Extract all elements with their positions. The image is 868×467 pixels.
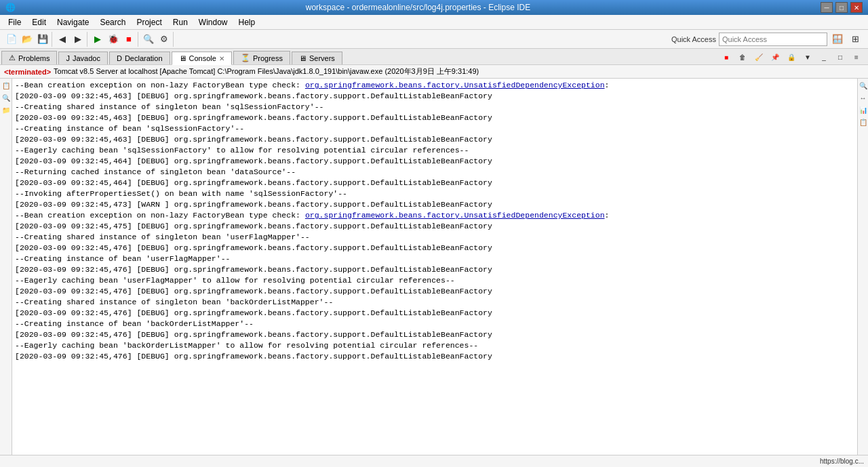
menu-search[interactable]: Search (94, 15, 131, 29)
main-layout: 📋 🔍 📁 --Bean creation exception on non-l… (0, 79, 868, 455)
remove-terminated-button[interactable]: 🗑 (735, 49, 750, 64)
right-sidebar: 🔍 ↔ 📊 📋 (857, 79, 868, 455)
minimize-button[interactable]: ─ (821, 2, 833, 13)
run-button[interactable]: ▶ (90, 32, 105, 47)
log-line: [2020-03-09 09:32:45,464] [DEBUG] org.sp… (15, 156, 854, 167)
sidebar-icon-1[interactable]: 📋 (1, 81, 11, 91)
log-line: [2020-03-09 09:32:45,475] [DEBUG] org.sp… (15, 221, 854, 232)
maximize-button[interactable]: □ (835, 2, 848, 13)
status-bar: https://blog.c... (0, 455, 868, 467)
log-line: [2020-03-09 09:32:45,464] [DEBUG] org.sp… (15, 178, 854, 188)
menu-edit[interactable]: Edit (26, 15, 52, 29)
menu-file[interactable]: File (3, 15, 26, 29)
debug-button[interactable]: 🐞 (106, 32, 121, 47)
console-options-button[interactable]: ▼ (800, 49, 815, 64)
log-line: --Creating instance of bean 'sqlSessionF… (15, 123, 854, 134)
sidebar-icon-2[interactable]: 🔍 (1, 94, 11, 103)
menu-bar: File Edit Navigate Search Project Run Wi… (0, 15, 868, 30)
title-bar: 🌐 workspace - ordermealonline/src/log4j.… (0, 0, 868, 15)
quick-access-area: Quick Access 🪟 ⊞ (671, 32, 865, 47)
clear-console-button[interactable]: 🧹 (751, 49, 766, 64)
log-line: --Eagerly caching bean 'backOrderListMap… (15, 340, 854, 351)
toolbar-file-group: 📄 📂 💾 (3, 32, 52, 47)
terminated-badge: <terminated> (4, 68, 51, 76)
console-icon: 🖥 (179, 54, 186, 62)
title-bar-icon: 🌐 (5, 3, 16, 12)
tab-servers-label: Servers (309, 54, 335, 62)
tab-javadoc[interactable]: J Javadoc (58, 52, 107, 64)
tab-console[interactable]: 🖥 Console ✕ (172, 52, 232, 65)
console-close-icon[interactable]: ✕ (219, 55, 224, 62)
menu-navigate[interactable]: Navigate (52, 15, 94, 29)
server-bar: <terminated> Tomcat v8.5 Server at local… (0, 65, 868, 79)
menu-project[interactable]: Project (131, 15, 167, 29)
lock-scroll-button[interactable]: 🔒 (784, 49, 799, 64)
quick-access-label: Quick Access (671, 35, 716, 43)
log-line: --Creating shared instance of singleton … (15, 297, 854, 308)
log-line: [2020-03-09 09:32:45,463] [DEBUG] org.sp… (15, 113, 854, 123)
tab-problems[interactable]: ⚠ Problems (1, 51, 57, 64)
tab-servers[interactable]: 🖥 Servers (292, 52, 342, 64)
tab-console-label: Console (189, 54, 216, 62)
sidebar-icon-3[interactable]: 📁 (1, 106, 11, 115)
minimize-view-button[interactable]: _ (816, 49, 831, 64)
forward-button[interactable]: ▶ (71, 32, 85, 47)
view-menu-button[interactable]: ≡ (849, 49, 864, 64)
pin-console-button[interactable]: 📌 (768, 49, 783, 64)
open-button[interactable]: 📂 (20, 32, 35, 47)
open-perspective-button[interactable]: ⊞ (848, 32, 863, 47)
servers-icon: 🖥 (299, 54, 307, 62)
search-toolbar-button[interactable]: 🔍 (141, 32, 156, 47)
right-sidebar-icon-3[interactable]: 📊 (859, 106, 868, 115)
stop-button[interactable]: ■ (121, 32, 136, 47)
log-line: --Creating instance of bean 'userFlagMap… (15, 253, 854, 264)
log-line: [2020-03-09 09:32:45,463] [DEBUG] org.sp… (15, 91, 854, 102)
toolbar-misc-group: 🔍 ⚙ (140, 32, 174, 47)
log-line: [2020-03-09 09:32:45,476] [DEBUG] org.sp… (15, 351, 854, 362)
log-line: [2020-03-09 09:32:45,476] [DEBUG] org.sp… (15, 308, 854, 319)
exception-link[interactable]: org.springframework.beans.factory.Unsati… (305, 81, 605, 89)
log-line: --Bean creation exception on non-lazy Fa… (15, 80, 854, 91)
tab-bar: ⚠ Problems J Javadoc D Declaration 🖥 Con… (0, 49, 868, 65)
tab-javadoc-label: Javadoc (73, 54, 100, 62)
right-sidebar-icon-4[interactable]: 📋 (859, 118, 868, 127)
terminate-button[interactable]: ■ (719, 49, 734, 64)
menu-window[interactable]: Window (193, 15, 233, 29)
toolbar-run-group: ▶ 🐞 ■ (89, 32, 138, 47)
log-line: [2020-03-09 09:32:45,476] [DEBUG] org.sp… (15, 286, 854, 297)
log-line: [2020-03-09 09:32:45,476] [DEBUG] org.sp… (15, 243, 854, 253)
menu-help[interactable]: Help (233, 15, 261, 29)
left-sidebar: 📋 🔍 📁 (0, 79, 12, 455)
title-bar-controls: ─ □ ✕ (821, 2, 863, 13)
save-button[interactable]: 💾 (35, 32, 50, 47)
log-line: --Creating instance of bean 'backOrderLi… (15, 319, 854, 329)
tab-declaration[interactable]: D Declaration (109, 52, 170, 64)
right-sidebar-icon-1[interactable]: 🔍 (859, 81, 868, 91)
log-line: --Returning cached instance of singleton… (15, 167, 854, 178)
exception-link[interactable]: org.springframework.beans.factory.Unsati… (305, 211, 605, 220)
tab-progress[interactable]: ⏳ Progress (233, 51, 290, 64)
console-output[interactable]: --Bean creation exception on non-lazy Fa… (12, 79, 857, 455)
menu-run[interactable]: Run (167, 15, 193, 29)
log-line: [2020-03-09 09:32:45,473] [WARN ] org.sp… (15, 199, 854, 210)
toolbar: 📄 📂 💾 ◀ ▶ ▶ 🐞 ■ 🔍 ⚙ Quick Access 🪟 ⊞ (0, 30, 868, 49)
perspective-button[interactable]: 🪟 (830, 32, 845, 47)
log-line: [2020-03-09 09:32:45,463] [DEBUG] org.sp… (15, 134, 854, 145)
declaration-icon: D (117, 54, 122, 62)
log-line: --Creating shared instance of singleton … (15, 102, 854, 113)
log-line: --Invoking afterPropertiesSet() on bean … (15, 188, 854, 199)
log-line: --Creating shared instance of singleton … (15, 232, 854, 243)
toolbar-nav-group: ◀ ▶ (54, 32, 87, 47)
back-button[interactable]: ◀ (55, 32, 70, 47)
quick-access-input[interactable] (719, 33, 827, 46)
log-line: [2020-03-09 09:32:45,476] [DEBUG] org.sp… (15, 329, 854, 340)
log-line: [2020-03-09 09:32:45,476] [DEBUG] org.sp… (15, 264, 854, 275)
server-info-text: Tomcat v8.5 Server at localhost [Apache … (54, 66, 479, 77)
close-button[interactable]: ✕ (850, 2, 863, 13)
tab-problems-label: Problems (18, 54, 50, 62)
maximize-view-button[interactable]: □ (833, 49, 848, 64)
log-line: --Eagerly caching bean 'userFlagMapper' … (15, 275, 854, 286)
settings-button[interactable]: ⚙ (157, 32, 172, 47)
right-sidebar-icon-2[interactable]: ↔ (859, 94, 868, 103)
new-button[interactable]: 📄 (4, 32, 19, 47)
